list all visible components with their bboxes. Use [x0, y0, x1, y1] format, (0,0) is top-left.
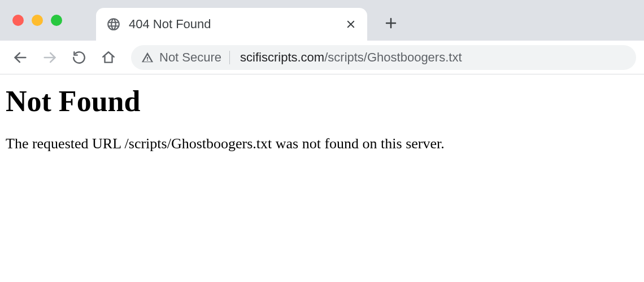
url-text: scifiscripts.com/scripts/Ghostboogers.tx…: [240, 50, 462, 65]
back-button[interactable]: [8, 45, 33, 70]
separator: [229, 51, 230, 64]
globe-icon: [106, 17, 121, 32]
new-tab-button[interactable]: [380, 12, 402, 34]
window-close-button[interactable]: [12, 15, 24, 26]
error-heading: Not Found: [6, 85, 638, 118]
tab-title: 404 Not Found: [129, 17, 345, 32]
reload-button[interactable]: [67, 45, 92, 70]
home-button[interactable]: [96, 45, 121, 70]
window-controls: [12, 15, 62, 26]
security-indicator[interactable]: Not Secure: [141, 50, 232, 65]
url-domain: scifiscripts.com: [240, 50, 324, 65]
security-label: Not Secure: [159, 50, 221, 65]
toolbar: Not Secure scifiscripts.com/scripts/Ghos…: [0, 41, 644, 74]
close-tab-button[interactable]: [345, 18, 357, 30]
error-message: The requested URL /scripts/Ghostboogers.…: [6, 134, 638, 154]
browser-tab[interactable]: 404 Not Found: [96, 8, 367, 41]
url-path: /scripts/Ghostboogers.txt: [324, 50, 462, 65]
window-maximize-button[interactable]: [51, 15, 62, 26]
page-content: Not Found The requested URL /scripts/Gho…: [0, 74, 644, 164]
warning-icon: [141, 51, 154, 64]
window-minimize-button[interactable]: [32, 15, 43, 26]
tab-strip: 404 Not Found: [0, 0, 644, 41]
address-bar[interactable]: Not Secure scifiscripts.com/scripts/Ghos…: [131, 45, 636, 70]
forward-button[interactable]: [37, 45, 62, 70]
